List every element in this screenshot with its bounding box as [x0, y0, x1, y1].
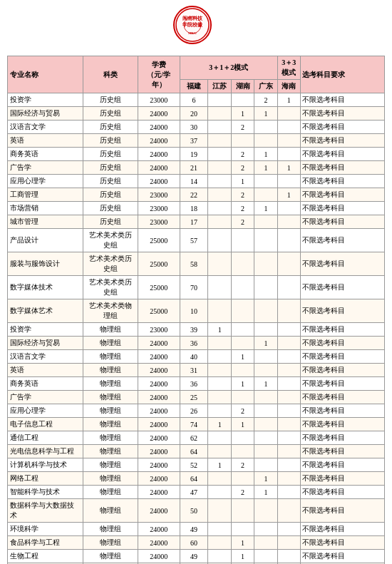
table-cell: 不限选考科目 [301, 188, 385, 202]
table-cell: 数字媒体艺术 [8, 299, 83, 323]
table-cell: 25000 [138, 276, 180, 299]
table-cell [277, 323, 300, 337]
table-cell: 历史组 [83, 188, 138, 202]
table-cell: 24000 [138, 550, 180, 563]
table-cell [277, 134, 300, 148]
table-row: 城市管理历史组23000172不限选考科目 [8, 215, 385, 229]
table-cell: 物理组 [83, 391, 138, 404]
table-cell [254, 121, 277, 134]
table-cell: 1 [254, 148, 277, 161]
th-fee: 学费（元/学年） [138, 56, 180, 93]
table-cell: 1 [254, 472, 277, 486]
table-cell [277, 404, 300, 418]
table-cell: 25000 [138, 252, 180, 276]
table-cell: 52 [180, 458, 208, 472]
table-row: 光电信息科学与工程物理组2400064不限选考科目 [8, 445, 385, 458]
table-cell: 物理组 [83, 445, 138, 458]
table-row: 国际经济与贸易物理组24000361不限选考科目 [8, 337, 385, 350]
table-cell [231, 299, 254, 323]
table-cell: 24000 [138, 377, 180, 391]
table-cell: 1 [254, 107, 277, 121]
table-cell: 1 [231, 550, 254, 563]
table-cell: 1 [254, 486, 277, 499]
table-cell [208, 299, 231, 323]
table-cell: 数字媒体技术 [8, 276, 83, 299]
table-cell: 物理组 [83, 418, 138, 431]
table-cell [254, 229, 277, 252]
table-cell: 24000 [138, 445, 180, 458]
table-cell: 23000 [138, 323, 180, 337]
table-cell [254, 550, 277, 563]
table-row: 商务英语历史组240001921不限选考科目 [8, 148, 385, 161]
table-cell [231, 431, 254, 445]
table-cell [231, 364, 254, 377]
table-cell [254, 215, 277, 229]
table-cell [208, 188, 231, 202]
table-cell: 不限选考科目 [301, 323, 385, 337]
table-cell: 70 [180, 276, 208, 299]
table-cell: 电子信息工程 [8, 418, 83, 431]
th-3plus3: 3＋3模式 [277, 56, 300, 80]
table-cell [277, 175, 300, 188]
table-cell: 英语 [8, 364, 83, 377]
table-cell [208, 215, 231, 229]
table-row: 智能科学与技术物理组240004721不限选考科目 [8, 486, 385, 499]
table-cell: 不限选考科目 [301, 93, 385, 107]
table-row: 英语历史组2400037不限选考科目 [8, 134, 385, 148]
table-cell: 艺术美术类历史组 [83, 276, 138, 299]
table-cell: 不限选考科目 [301, 252, 385, 276]
table-cell: 24000 [138, 431, 180, 445]
table-cell: 历史组 [83, 215, 138, 229]
table-cell [254, 391, 277, 404]
table-cell: 2 [231, 404, 254, 418]
table-cell [208, 121, 231, 134]
table-cell: 24000 [138, 107, 180, 121]
table-cell: 城市管理 [8, 215, 83, 229]
table-cell: 物理组 [83, 377, 138, 391]
table-cell: 物理组 [83, 431, 138, 445]
table-cell [231, 276, 254, 299]
svg-text:学院校徽: 学院校徽 [182, 21, 203, 28]
table-cell [208, 276, 231, 299]
table-cell: 网络工程 [8, 472, 83, 486]
table-cell: 24000 [138, 523, 180, 536]
table-cell [208, 175, 231, 188]
table-cell [254, 404, 277, 418]
table-cell [231, 391, 254, 404]
table-cell: 1 [208, 323, 231, 337]
table-cell: 24000 [138, 391, 180, 404]
table-cell: 20 [180, 107, 208, 121]
table-cell: 历史组 [83, 107, 138, 121]
table-cell: 不限选考科目 [301, 107, 385, 121]
table-cell [208, 550, 231, 563]
table-cell: 24000 [138, 337, 180, 350]
table-cell [277, 391, 300, 404]
table-cell: 24000 [138, 364, 180, 377]
table-cell: 23000 [138, 188, 180, 202]
table-row: 环境科学物理组2400049不限选考科目 [8, 523, 385, 536]
table-row: 投资学物理组23000391不限选考科目 [8, 323, 385, 337]
table-cell: 58 [180, 252, 208, 276]
table-row: 国际经济与贸易历史组240002011不限选考科目 [8, 107, 385, 121]
table-row: 数字媒体技术艺术美术类历史组2500070不限选考科目 [8, 276, 385, 299]
table-cell: 不限选考科目 [301, 161, 385, 175]
table-cell: 广告学 [8, 161, 83, 175]
table-cell [254, 323, 277, 337]
table-cell [208, 202, 231, 215]
table-cell [208, 431, 231, 445]
table-cell: 6 [180, 93, 208, 107]
table-cell: 2 [231, 188, 254, 202]
table-cell: 不限选考科目 [301, 536, 385, 550]
table-cell: 历史组 [83, 148, 138, 161]
table-cell: 不限选考科目 [301, 499, 385, 523]
table-cell [277, 299, 300, 323]
table-cell: 40 [180, 350, 208, 364]
table-cell: 1 [231, 536, 254, 550]
table-cell: 62 [180, 431, 208, 445]
svg-text:MKU: MKU [188, 31, 197, 35]
table-row: 计算机科学与技术物理组240005212不限选考科目 [8, 458, 385, 472]
table-cell: 2 [231, 458, 254, 472]
table-cell: 物理组 [83, 523, 138, 536]
table-cell: 1 [254, 377, 277, 391]
table-row: 数据科学与大数据技术物理组2400050不限选考科目 [8, 499, 385, 523]
